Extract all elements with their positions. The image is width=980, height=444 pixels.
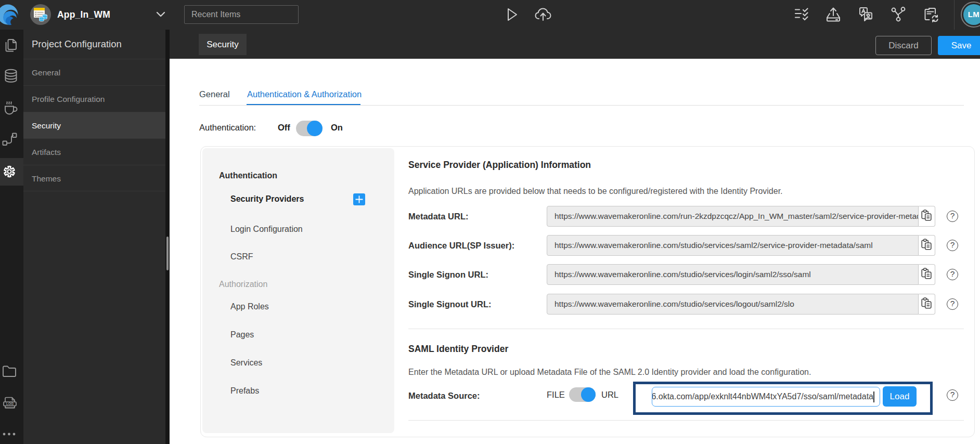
svg-text:LOG: LOG [6,402,14,406]
